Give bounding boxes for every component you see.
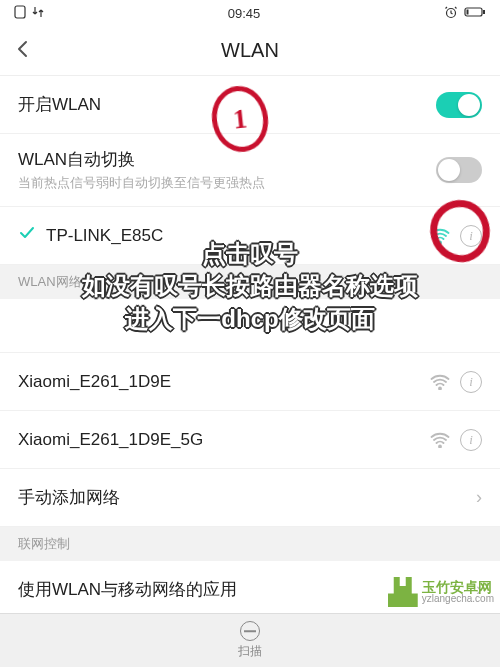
alarm-icon (444, 5, 458, 22)
auto-switch-sub: 当前热点信号弱时自动切换至信号更强热点 (18, 174, 436, 192)
page-title: WLAN (221, 39, 279, 62)
manual-add-label: 手动添加网络 (18, 486, 476, 509)
chevron-right-icon: › (476, 487, 482, 508)
watermark: 玉竹安卓网 yzlangecha.com (382, 573, 500, 611)
wifi-signal-icon (430, 432, 450, 448)
svg-rect-0 (15, 6, 25, 18)
svg-rect-3 (483, 10, 485, 14)
annotation-overlay-text: 点击叹号 如没有叹号长按路由器名称选项 进入下一dhcp修改页面 (0, 238, 500, 335)
content-scroll[interactable]: 开启WLAN WLAN自动切换 当前热点信号弱时自动切换至信号更强热点 TP-L… (0, 76, 500, 613)
scan-icon[interactable] (240, 621, 260, 641)
wifi-signal-icon (430, 374, 450, 390)
bottom-bar: 扫描 (0, 613, 500, 667)
back-button[interactable] (12, 38, 34, 64)
watermark-logo-icon (388, 577, 418, 607)
sim-icon (14, 5, 26, 22)
status-bar: 09:45 (0, 0, 500, 26)
transfer-icon (32, 6, 44, 21)
status-time: 09:45 (228, 6, 261, 21)
auto-switch-toggle[interactable] (436, 157, 482, 183)
auto-switch-label: WLAN自动切换 (18, 148, 436, 171)
scan-label[interactable]: 扫描 (238, 643, 262, 660)
watermark-url: yzlangecha.com (422, 594, 494, 604)
enable-wlan-toggle[interactable] (436, 92, 482, 118)
row-manual-add[interactable]: 手动添加网络 › (0, 469, 500, 527)
row-available-network[interactable]: Xiaomi_E261_1D9E_5G i (0, 411, 500, 469)
row-available-network[interactable]: Xiaomi_E261_1D9E i (0, 353, 500, 411)
battery-icon (464, 6, 486, 21)
section-control: 联网控制 (0, 527, 500, 561)
available-ssid: Xiaomi_E261_1D9E_5G (18, 430, 430, 450)
available-ssid: Xiaomi_E261_1D9E (18, 372, 430, 392)
network-info-button[interactable]: i (460, 429, 482, 451)
svg-rect-4 (466, 9, 468, 14)
network-info-button[interactable]: i (460, 371, 482, 393)
nav-bar: WLAN (0, 26, 500, 76)
watermark-name: 玉竹安卓网 (422, 580, 494, 594)
